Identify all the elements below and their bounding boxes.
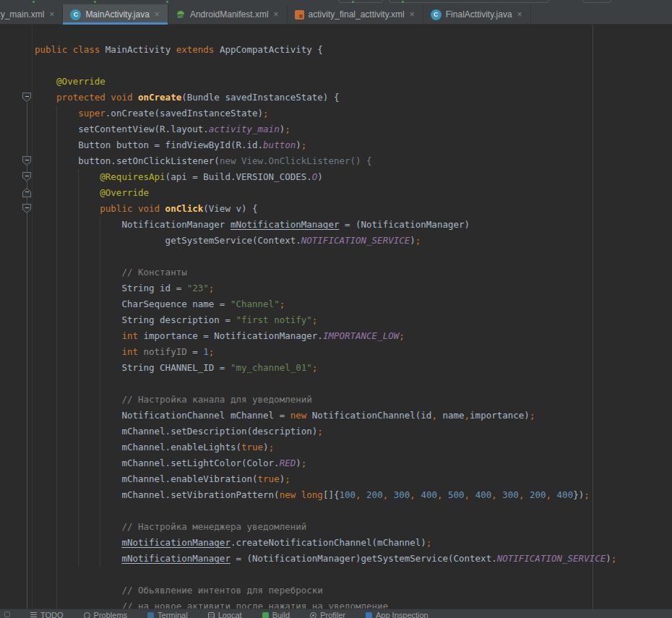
code-line[interactable]: CharSequence name = "Channel";	[0, 296, 672, 312]
code-token: )	[606, 553, 611, 564]
code-token: NotificationManager	[121, 219, 231, 230]
code-line[interactable]: getSystemService(Context.NOTIFICATION_SE…	[0, 233, 672, 249]
fold-toggle-icon[interactable]	[22, 156, 31, 166]
android-manifest-icon: MF	[176, 9, 186, 20]
code-token: int	[121, 330, 143, 341]
toolwindow-button-app-inspection[interactable]: App Inspection	[366, 611, 428, 618]
fold-toggle-icon[interactable]	[22, 188, 31, 197]
code-token: protected void	[56, 92, 138, 103]
tab-label: activity_final_acttivity.xml	[309, 9, 405, 20]
fold-toggle-icon[interactable]	[22, 93, 31, 102]
code-line[interactable]: protected void onCreate(Bundle savedInst…	[0, 90, 672, 106]
tab-mainactivity-java[interactable]: CMainActivity.java×	[63, 4, 168, 25]
toolbar-button-outline[interactable]	[338, 0, 383, 3]
code-editor[interactable]: public class MainActivity extends AppCom…	[0, 25, 672, 618]
code-token: ;	[584, 489, 590, 500]
toolwindow-label: Logcat	[218, 611, 242, 618]
code-token: = (NotificationManager)	[339, 219, 470, 230]
code-token: (api = Build.VERSION_CODES.	[165, 171, 312, 182]
tab-finalacttivity-java[interactable]: CFinalActtivity.java×	[423, 4, 531, 25]
toolwindow-label: Build	[272, 611, 290, 618]
code-line[interactable]	[0, 567, 672, 583]
build-icon	[262, 612, 269, 618]
code-line[interactable]: mChannel.setLightColor(Color.RED);	[0, 455, 672, 471]
code-token: AppCompatActivity {	[220, 44, 323, 55]
code-token: MainActivity	[105, 44, 176, 55]
fold-toggle-icon[interactable]	[22, 204, 31, 213]
code-token: mNotificationManager	[231, 219, 340, 230]
toolwindow-button-build[interactable]: Build	[262, 611, 290, 618]
code-line[interactable]: mNotificationManager = (NotificationMana…	[0, 551, 672, 567]
code-line[interactable]: // Настройка канала для уведомлений	[0, 392, 672, 408]
code-line[interactable]: setContentView(R.layout.activity_main);	[0, 121, 672, 137]
code-line[interactable]: public class MainActivity extends AppCom…	[0, 42, 672, 58]
code-token: ,	[383, 489, 394, 500]
code-token: RED	[280, 458, 296, 468]
profiler-icon	[310, 612, 316, 618]
code-line[interactable]: String CHANNEL_ID = "my_channel_01";	[0, 360, 672, 376]
toolbar-status-dot	[94, 1, 96, 3]
toolbar-status-dot	[402, 1, 404, 3]
tab-label: FinalActtivity.java	[446, 9, 512, 20]
tab-close-icon[interactable]: ×	[48, 10, 55, 19]
code-token: ;	[415, 235, 421, 246]
code-line[interactable]	[0, 376, 672, 392]
code-line[interactable]: mNotificationManager.createNotificationC…	[0, 535, 672, 551]
code-line[interactable]: int importance = NotificationManager.IMP…	[0, 328, 672, 344]
code-line[interactable]	[0, 503, 672, 519]
tab-ivity-main-xml[interactable]: ivity_main.xml×	[0, 4, 63, 25]
code-token: ;	[399, 330, 405, 341]
code-line[interactable]: mChannel.enableLights(true);	[0, 439, 672, 455]
tab-close-icon[interactable]: ×	[409, 10, 415, 19]
code-line[interactable]: mChannel.setDescription(description);	[0, 424, 672, 439]
code-token: (Bundle savedInstanceState) {	[181, 92, 339, 103]
toolwindow-button-logcat[interactable]: Logcat	[208, 611, 242, 618]
code-line[interactable]: String description = "first notify";	[0, 312, 672, 328]
code-area[interactable]: public class MainActivity extends AppCom…	[0, 42, 672, 614]
code-line[interactable]: mChannel.setVibrationPattern(new long[]{…	[0, 487, 672, 503]
code-line[interactable]: @RequiresApi(api = Build.VERSION_CODES.O…	[0, 169, 672, 185]
code-token: setContentView(R.layout.	[78, 124, 209, 134]
code-token: public void	[100, 203, 165, 214]
code-line[interactable]: public void onClick(View v) {	[0, 201, 672, 217]
toolwindow-button-profiler[interactable]: Profiler	[310, 611, 345, 618]
code-line[interactable]	[0, 58, 672, 74]
logcat-icon	[208, 612, 215, 618]
ide-window: ivity_main.xml×CMainActivity.java×MFAndr…	[0, 0, 672, 618]
code-line[interactable]: NotificationManager mNotificationManager…	[0, 217, 672, 233]
toolwindow-button-todo[interactable]: TODO	[30, 611, 64, 618]
toolwindow-button-terminal[interactable]: Terminal	[147, 611, 188, 618]
code-line[interactable]: // Настройка менеджера уведомлений	[0, 519, 672, 535]
tab-close-icon[interactable]: ×	[154, 10, 160, 19]
tab-close-icon[interactable]: ×	[517, 10, 523, 19]
code-line[interactable]: int notifyID = 1;	[0, 344, 672, 360]
code-token: mChannel.enableLights(	[121, 442, 241, 452]
toolbar-button-outline[interactable]	[389, 0, 549, 3]
code-token: Button button = findViewById(R.id.	[78, 140, 263, 150]
code-token: new long	[280, 489, 323, 500]
code-line[interactable]: mChannel.enableVibration(true);	[0, 471, 672, 487]
code-line[interactable]: @Override	[0, 185, 672, 201]
code-line[interactable]	[0, 249, 672, 265]
code-line[interactable]: NotificationChannel mChannel = new Notif…	[0, 408, 672, 424]
code-line[interactable]: // Обьявление интентов для переброски	[0, 583, 672, 598]
code-token: true	[258, 473, 280, 484]
code-line[interactable]: button.setOnClickListener(new View.OnCli…	[0, 153, 672, 169]
code-token: // Обьявление интентов для переброски	[121, 585, 322, 596]
code-line[interactable]: // Константы	[0, 265, 672, 280]
tab-activity-final-acttivity-xml[interactable]: activity_final_acttivity.xml×	[288, 4, 423, 25]
code-line[interactable]: String id = "23";	[0, 280, 672, 296]
code-token: name	[437, 410, 465, 421]
code-line[interactable]: super.onCreate(savedInstanceState);	[0, 106, 672, 121]
code-token: 1	[203, 346, 209, 357]
code-line[interactable]: Button button = findViewById(R.id.button…	[0, 137, 672, 153]
code-line[interactable]: @Override	[0, 74, 672, 90]
code-token: 200	[530, 489, 546, 500]
toolbar-button-outline[interactable]	[582, 0, 611, 3]
toolwindow-button-problems[interactable]: Problems	[84, 611, 127, 618]
window-stub-icon[interactable]	[4, 611, 10, 617]
code-token: notifyID	[144, 346, 193, 357]
tab-close-icon[interactable]: ×	[273, 10, 280, 19]
fold-toggle-icon[interactable]	[22, 172, 31, 181]
tab-androidmanifest-xml[interactable]: MFAndroidManifest.xml×	[168, 4, 288, 25]
